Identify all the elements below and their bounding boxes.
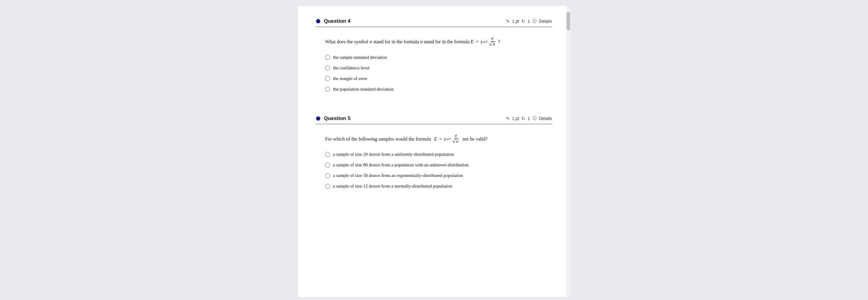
option-4-3-label: the margin of error [333, 76, 367, 81]
info-icon: ⓘ [532, 19, 536, 24]
question-4-title: Question 4 [324, 18, 350, 24]
main-content: Question 4 ✎ 1 pt ↻ 1 ⓘ Details What doe… [298, 6, 570, 297]
radio-4-4[interactable] [325, 87, 330, 91]
radio-5-2[interactable] [325, 163, 330, 168]
radio-4-1[interactable] [325, 55, 330, 60]
radio-4-2[interactable] [325, 65, 330, 70]
question-4-text-prefix: What does the symbol σ stand for in the … [325, 39, 419, 44]
question-4-points: 1 pt [512, 19, 519, 24]
option-5-2-label: a sample of size 80 drawn from a populat… [333, 162, 468, 168]
edit-icon-5: ✎ [506, 116, 509, 121]
radio-5-4[interactable] [325, 184, 330, 189]
question-4-stand-for: stand for in the formula [424, 39, 471, 44]
question-4-dot [316, 19, 320, 23]
sigma-symbol: σ [420, 39, 424, 44]
question-5-text-suffix: not be valid? [462, 136, 488, 141]
radio-5-3[interactable] [325, 173, 330, 178]
option-4-4-label: the population standard deviation [333, 87, 394, 92]
question-4-details: Details [539, 19, 552, 24]
option-5-3-label: a sample of size 50 drawn from an expone… [333, 173, 463, 178]
question-5-meta: ✎ 1 pt ↻ 1 ⓘ Details [506, 116, 552, 121]
edit-icon: ✎ [506, 19, 509, 24]
option-4-1-label: the sample standard deviation [333, 55, 387, 60]
question-4-block: Question 4 ✎ 1 pt ↻ 1 ⓘ Details What doe… [316, 18, 552, 100]
question-5-title-area: Question 5 [316, 115, 350, 121]
scrollbar-thumb[interactable] [566, 12, 570, 30]
question-5-options: a sample of size 20 drawn from a uniform… [325, 152, 543, 189]
question-5-dot [316, 116, 320, 120]
option-5-4-label: a sample of size 12 drawn from a normall… [333, 184, 452, 189]
question-4-text: What does the symbol σ stand for in the … [325, 36, 543, 48]
question-4-retries: 1 [527, 19, 530, 24]
question-5-points: 1 pt [512, 116, 519, 121]
option-4-4[interactable]: the population standard deviation [325, 87, 543, 92]
question-5-retries: 1 [527, 116, 530, 121]
info-icon-5: ⓘ [532, 116, 536, 121]
question-4-meta: ✎ 1 pt ↻ 1 ⓘ Details [506, 19, 552, 24]
option-5-4[interactable]: a sample of size 12 drawn from a normall… [325, 184, 543, 189]
question-4-title-area: Question 4 [316, 18, 350, 24]
question-5-text: For which of the following samples would… [325, 133, 543, 145]
retry-icon: ↻ [521, 19, 525, 24]
radio-4-3[interactable] [325, 76, 330, 81]
question-5-title: Question 5 [324, 115, 350, 121]
question-5-block: Question 5 ✎ 1 pt ↻ 1 ⓘ Details For whic… [316, 115, 552, 197]
option-5-2[interactable]: a sample of size 80 drawn from a populat… [325, 162, 543, 168]
option-4-2[interactable]: the confidence level [325, 65, 543, 71]
question-5-header: Question 5 ✎ 1 pt ↻ 1 ⓘ Details [316, 115, 552, 124]
option-5-1[interactable]: a sample of size 20 drawn from a uniform… [325, 152, 543, 157]
option-5-1-label: a sample of size 20 drawn from a uniform… [333, 152, 454, 157]
question-4-header: Question 4 ✎ 1 pt ↻ 1 ⓘ Details [316, 18, 552, 27]
question-4-options: the sample standard deviation the confid… [325, 55, 543, 92]
question-4-text-suffix: ? [498, 39, 500, 44]
retry-icon-5: ↻ [521, 116, 525, 121]
option-4-2-label: the confidence level [333, 65, 370, 71]
option-4-1[interactable]: the sample standard deviation [325, 55, 543, 60]
question-4-body: What does the symbol σ stand for in the … [316, 33, 552, 100]
question-4-formula: E = zα/2 σ √n [471, 36, 497, 48]
question-5-formula: E = zα/2 σ √n [432, 133, 460, 145]
question-5-details: Details [539, 116, 552, 121]
scrollbar[interactable] [566, 6, 570, 297]
option-5-3[interactable]: a sample of size 50 drawn from an expone… [325, 173, 543, 178]
question-5-text-prefix: For which of the following samples would… [325, 136, 431, 141]
option-4-3[interactable]: the margin of error [325, 76, 543, 81]
radio-5-1[interactable] [325, 152, 330, 157]
question-5-body: For which of the following samples would… [316, 130, 552, 197]
